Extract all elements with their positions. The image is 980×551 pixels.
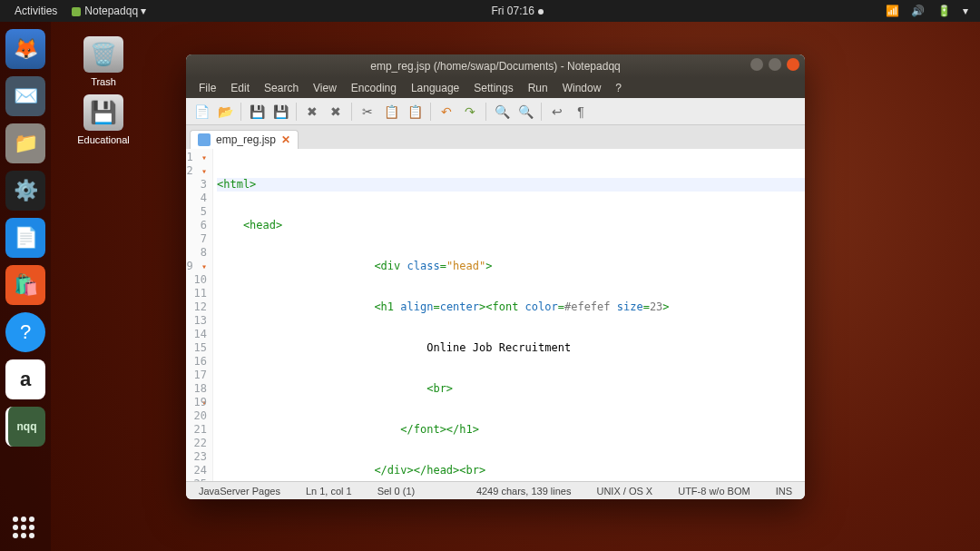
menu-search[interactable]: Search: [257, 80, 306, 96]
chevron-down-icon: ▾: [958, 5, 973, 17]
copy-icon[interactable]: 📋: [381, 102, 401, 122]
status-language: JavaServer Pages: [186, 486, 293, 497]
status-position: Ln 1, col 1: [293, 486, 365, 497]
word-wrap-icon[interactable]: ↩: [547, 102, 567, 122]
menu-settings[interactable]: Settings: [466, 80, 520, 96]
menubar: File Edit Search View Encoding Language …: [186, 78, 805, 98]
activities-button[interactable]: Activities: [7, 5, 64, 17]
status-insert-mode: INS: [763, 486, 805, 497]
tab-emp-reg[interactable]: emp_reg.jsp ✕: [190, 130, 299, 149]
app-menu[interactable]: Notepadqq ▾: [64, 5, 153, 17]
menu-file[interactable]: File: [191, 80, 223, 96]
desktop-trash-label: Trash: [67, 76, 140, 87]
drive-icon: 💾: [83, 94, 123, 131]
launcher-writer[interactable]: 📄: [5, 218, 45, 258]
status-chars: 4249 chars, 139 lines: [464, 486, 584, 497]
status-selection: Sel 0 (1): [365, 486, 428, 497]
battery-icon: 🔋: [933, 5, 956, 17]
launcher-thunderbird[interactable]: ✉️: [5, 76, 45, 116]
launcher-help[interactable]: ?: [5, 312, 45, 352]
app-menu-label: Notepadqq ▾: [84, 5, 146, 17]
menu-run[interactable]: Run: [521, 80, 555, 96]
close-all-icon[interactable]: ✖: [326, 102, 346, 122]
file-icon: [198, 133, 211, 146]
show-symbols-icon[interactable]: ¶: [571, 102, 591, 122]
editor[interactable]: 1 ▾2 ▾3456789 ▾101112131415161718 ▾19202…: [186, 149, 805, 481]
window-maximize[interactable]: [769, 58, 781, 71]
clock[interactable]: Fri 07:16: [485, 5, 551, 17]
gnome-topbar: Activities Notepadqq ▾ Fri 07:16 📶 🔊 🔋 ▾: [0, 0, 980, 22]
dock: 🦊 ✉️ 📁 ⚙️ 📄 🛍️ ? a nqq: [0, 22, 51, 551]
menu-edit[interactable]: Edit: [223, 80, 257, 96]
status-encoding: UTF-8 w/o BOM: [665, 486, 762, 497]
cut-icon[interactable]: ✂: [358, 102, 377, 122]
menu-view[interactable]: View: [306, 80, 344, 96]
undo-icon[interactable]: ↶: [436, 102, 456, 122]
desktop-educational[interactable]: 💾 Educational: [67, 94, 140, 145]
window-minimize[interactable]: [750, 58, 763, 71]
system-tray[interactable]: 📶 🔊 🔋 ▾: [881, 5, 973, 17]
new-file-icon[interactable]: 📄: [191, 102, 211, 122]
window-close[interactable]: [787, 58, 799, 71]
desktop-educational-label: Educational: [67, 134, 140, 145]
menu-language[interactable]: Language: [404, 80, 466, 96]
menu-help[interactable]: ?: [608, 80, 629, 96]
menu-encoding[interactable]: Encoding: [344, 80, 404, 96]
window-title: emp_reg.jsp (/home/swap/Documents) - Not…: [370, 60, 620, 73]
launcher-software[interactable]: 🛍️: [5, 265, 45, 305]
close-tab-icon[interactable]: ✖: [302, 102, 322, 122]
launcher-files[interactable]: 📁: [5, 123, 45, 163]
paste-icon[interactable]: 📋: [405, 102, 425, 122]
trash-icon: 🗑️: [83, 36, 123, 73]
window-titlebar[interactable]: emp_reg.jsp (/home/swap/Documents) - Not…: [186, 54, 805, 78]
desktop-trash[interactable]: 🗑️ Trash: [67, 36, 140, 87]
tab-close-icon[interactable]: ✕: [281, 133, 290, 146]
open-file-icon[interactable]: 📂: [215, 102, 235, 122]
statusbar: JavaServer Pages Ln 1, col 1 Sel 0 (1) 4…: [186, 481, 805, 499]
toolbar: 📄 📂 💾 💾 ✖ ✖ ✂ 📋 📋 ↶ ↷ 🔍 🔍 ↩ ¶: [186, 98, 805, 125]
tab-label: emp_reg.jsp: [216, 133, 276, 146]
launcher-firefox[interactable]: 🦊: [5, 29, 45, 69]
launcher-amazon[interactable]: a: [5, 359, 45, 399]
launcher-notepadqq[interactable]: nqq: [5, 407, 45, 447]
tabbar: emp_reg.jsp ✕: [186, 125, 805, 149]
line-gutter: 1 ▾2 ▾3456789 ▾101112131415161718 ▾19202…: [186, 149, 213, 481]
launcher-rhythmbox[interactable]: ⚙️: [5, 171, 45, 211]
code-area[interactable]: <html> <head> <div class="head"> <h1 ali…: [213, 149, 805, 481]
redo-icon[interactable]: ↷: [460, 102, 480, 122]
volume-icon: 🔊: [906, 5, 929, 17]
zoom-out-icon[interactable]: 🔍: [515, 102, 535, 122]
status-eol: UNIX / OS X: [583, 486, 665, 497]
save-icon[interactable]: 💾: [247, 102, 267, 122]
notepadqq-window: emp_reg.jsp (/home/swap/Documents) - Not…: [186, 54, 805, 499]
show-applications[interactable]: [13, 517, 38, 542]
wifi-icon: 📶: [881, 5, 904, 17]
save-all-icon[interactable]: 💾: [270, 102, 290, 122]
menu-window[interactable]: Window: [555, 80, 609, 96]
zoom-in-icon[interactable]: 🔍: [492, 102, 512, 122]
